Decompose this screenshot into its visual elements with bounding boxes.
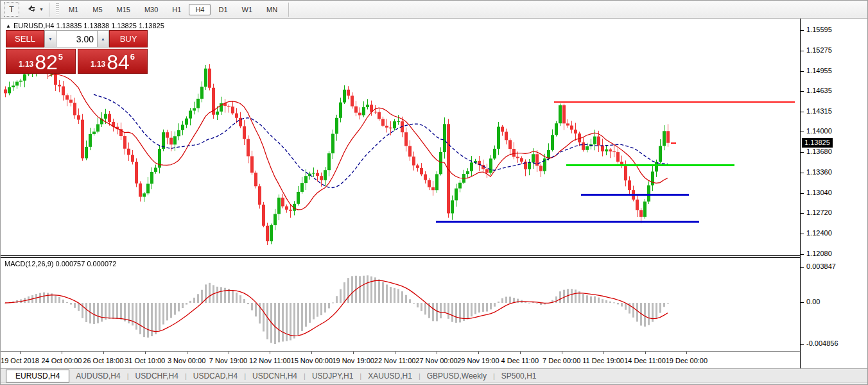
- price-scale[interactable]: 1.155951.152751.149551.146351.143151.140…: [800, 19, 868, 368]
- time-tick: [562, 352, 562, 354]
- timeframe-m15[interactable]: M15: [110, 4, 137, 15]
- macd-tick-label: 0.00: [806, 298, 820, 305]
- tab-gbpusd-weekly[interactable]: GBPUSD,Weekly: [421, 370, 493, 382]
- tab-xauusd-h1[interactable]: XAUUSD,H1: [361, 370, 419, 382]
- tab-sp500-h1[interactable]: SP500,H1: [495, 370, 543, 382]
- price-tick-label: 1.14000: [806, 127, 832, 135]
- sell-price-box[interactable]: 1.13825: [6, 49, 76, 74]
- buy-price-box[interactable]: 1.13846: [78, 49, 148, 74]
- time-tick: [353, 352, 354, 354]
- time-label: 19 Nov 19:00: [332, 357, 374, 364]
- tab-audusd-h4[interactable]: AUDUSD,H4: [69, 370, 126, 382]
- volume-increase-button[interactable]: ▲: [97, 30, 109, 47]
- time-axis[interactable]: 19 Oct 201824 Oct 00:0026 Oct 18:0031 Oc…: [1, 351, 868, 369]
- text-tool-button[interactable]: T: [4, 2, 19, 17]
- timeframe-w1[interactable]: W1: [236, 4, 259, 15]
- time-label: 26 Oct 18:00: [83, 357, 123, 364]
- price-tick-label: 1.12400: [806, 229, 832, 237]
- time-tick: [62, 352, 62, 354]
- time-label: 29 Nov 19:00: [457, 357, 499, 364]
- timeframe-group: M1M5M15M30H1H4D1W1MN: [62, 1, 284, 19]
- time-label: 19 Oct 2018: [1, 357, 39, 364]
- time-label: 3 Nov 00:00: [168, 357, 205, 364]
- tab-usdchf-h4[interactable]: USDCHF,H4: [129, 370, 185, 382]
- time-label: 22 Nov 11:00: [374, 357, 416, 364]
- price-tick-label-tick: [801, 173, 804, 173]
- time-label: 24 Oct 00:00: [41, 357, 82, 364]
- timeframe-h4[interactable]: H4: [189, 4, 211, 15]
- price-tick-label: 1.12720: [806, 209, 832, 216]
- volume-decrease-button[interactable]: ▼: [44, 30, 56, 47]
- price-tick-label: 1.14315: [806, 107, 832, 115]
- tab-eurusd-h4[interactable]: EURUSD,H4: [6, 370, 69, 382]
- price-tick-label: 1.13360: [806, 168, 832, 176]
- time-tick: [103, 352, 104, 354]
- tab-usdcad-h4[interactable]: USDCAD,H4: [187, 370, 244, 382]
- price-tick-label-tick: [801, 30, 804, 31]
- timeframe-m5[interactable]: M5: [86, 4, 108, 15]
- time-tick: [478, 352, 479, 354]
- macd-tick-label-tick: [801, 267, 804, 268]
- price-tick-label-tick: [801, 213, 804, 214]
- price-tick-label-tick: [801, 91, 804, 92]
- sell-price-pip: 5: [58, 52, 63, 62]
- time-label: 27 Nov 00:00: [415, 357, 457, 364]
- time-tick: [603, 352, 604, 354]
- time-tick: [645, 352, 646, 354]
- timeframe-h1[interactable]: H1: [166, 4, 187, 15]
- time-tick: [437, 352, 437, 354]
- timeframe-m30[interactable]: M30: [138, 4, 164, 15]
- buy-button[interactable]: BUY: [109, 30, 148, 47]
- tab-usdjpy-h1[interactable]: USDJPY,H1: [306, 370, 360, 382]
- dropdown-caret-icon[interactable]: ▼: [39, 7, 44, 12]
- toolbar-separator: [288, 3, 289, 17]
- sell-button[interactable]: SELL: [6, 30, 44, 47]
- mt4-window: T ▼ M1M5M15M30H1H4D1W1MN ▲EURUSD,H4 1.13…: [0, 0, 868, 385]
- toolbar-separator: [49, 3, 49, 17]
- time-tick: [187, 352, 187, 354]
- timeframe-mn[interactable]: MN: [260, 4, 284, 15]
- macd-indicator-pane[interactable]: [1, 257, 800, 351]
- volume-input[interactable]: [56, 30, 97, 47]
- chart-ohlc-text: EURUSD,H4 1.13835 1.13838 1.13825 1.1382…: [13, 22, 164, 30]
- price-tick-label: 1.13680: [806, 148, 832, 155]
- sell-button-label: SELL: [15, 34, 35, 44]
- price-tick-label-tick: [801, 51, 804, 51]
- buy-price-pip: 6: [130, 52, 135, 62]
- time-label: 12 Nov 11:00: [249, 357, 291, 364]
- arrows-icon: [27, 4, 37, 15]
- arrows-tool-button[interactable]: ▼: [27, 3, 44, 16]
- price-tick-label: 1.14635: [806, 87, 832, 94]
- time-tick: [395, 352, 395, 354]
- price-tick-label: 1.13040: [806, 189, 832, 196]
- macd-tick-label-tick: [801, 302, 804, 303]
- spinner-up-icon: ▲: [101, 37, 105, 41]
- collapse-arrow-icon[interactable]: ▲: [6, 23, 11, 29]
- price-tick-label-tick: [801, 193, 804, 194]
- one-click-trading-panel: SELL ▼ ▲ BUY 1.13825 1.13846: [6, 30, 148, 74]
- timeframe-m1[interactable]: M1: [62, 4, 85, 15]
- price-tick-label: 1.12080: [806, 250, 832, 257]
- time-tick: [145, 352, 146, 354]
- sell-price-prefix: 1.13: [19, 60, 33, 69]
- price-tick-label: 1.15595: [806, 26, 832, 33]
- time-tick: [20, 352, 21, 354]
- macd-tick-label-tick: [801, 344, 804, 345]
- toolbar-grip: [56, 3, 59, 16]
- tab-usdcnh-h4[interactable]: USDCNH,H4: [246, 370, 304, 382]
- current-price-badge: 1.13825: [802, 138, 833, 148]
- time-label: 14 Dec 11:00: [624, 357, 666, 364]
- macd-canvas[interactable]: [1, 258, 800, 351]
- time-label: 4 Dec 11:00: [501, 357, 539, 364]
- text-tool-label: T: [9, 5, 13, 14]
- time-label: 15 Nov 00:00: [291, 357, 333, 364]
- time-tick: [686, 352, 687, 354]
- time-tick: [229, 352, 229, 354]
- price-tick-label-tick: [801, 112, 804, 112]
- price-tick-label-tick: [801, 71, 804, 72]
- time-label: 19 Dec 00:00: [666, 357, 707, 364]
- time-label: 31 Oct 10:00: [125, 357, 165, 364]
- buy-price-main: 84: [107, 53, 130, 72]
- price-tick-label: 1.14955: [806, 67, 832, 74]
- timeframe-d1[interactable]: D1: [212, 4, 234, 15]
